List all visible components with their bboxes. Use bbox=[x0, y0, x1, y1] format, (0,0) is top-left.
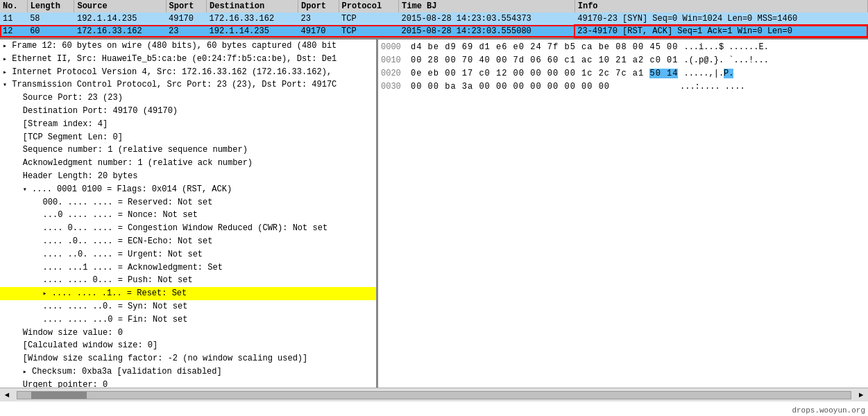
detail-line: ▸ Internet Protocol Version 4, Src: 172.… bbox=[0, 66, 376, 79]
cell-source: 172.16.33.162 bbox=[74, 25, 166, 37]
col-time: Time BJ bbox=[399, 0, 575, 12]
cell-destination: 172.16.33.162 bbox=[207, 12, 298, 25]
packet-details-panel[interactable]: ▸ Frame 12: 60 bytes on wire (480 bits),… bbox=[0, 40, 378, 388]
cell-sport: 49170 bbox=[166, 12, 206, 25]
cell-no: 12 bbox=[0, 25, 27, 37]
top-section: No. Length Source Sport Destination Dpor… bbox=[0, 0, 868, 37]
detail-line: Sequence number: 1 (relative sequence nu… bbox=[0, 144, 376, 157]
hex-highlight: 50 14 bbox=[649, 69, 678, 78]
hex-line: 00200e eb 00 17 c0 12 00 00 00 00 1c 2c … bbox=[381, 67, 865, 80]
detail-line: .... .... 0... = Push: Not set bbox=[0, 274, 376, 287]
col-dport: Dport bbox=[298, 0, 339, 12]
table-row[interactable]: 1260172.16.33.16223192.1.14.23549170TCP2… bbox=[0, 25, 868, 37]
detail-line: Window size value: 0 bbox=[0, 327, 376, 340]
detail-line: Urgent pointer: 0 bbox=[0, 379, 376, 388]
detail-line: Acknowledgment number: 1 (relative ack n… bbox=[0, 157, 376, 170]
hex-ascii: .(.p@.}. `...!... bbox=[683, 54, 768, 67]
cell-info: 23-49170 [RST, ACK] Seq=1 Ack=1 Win=0 Le… bbox=[575, 25, 867, 37]
footer-text: drops.wooyun.org bbox=[789, 405, 868, 416]
detail-line: .... .... ...0 = Fin: Not set bbox=[0, 313, 376, 327]
scrollbar-track[interactable] bbox=[17, 391, 851, 399]
detail-line: Destination Port: 49170 (49170) bbox=[0, 105, 376, 118]
detail-line: .... .... ..0. = Syn: Not set bbox=[0, 300, 376, 313]
hex-dump-panel: 0000d4 be d9 69 d1 e6 e0 24 7f b5 ca be … bbox=[378, 40, 868, 388]
detail-line: ▸ Ethernet II, Src: HuaweiTe_b5:ca:be (e… bbox=[0, 53, 376, 66]
detail-line: .... .0.. .... = ECN-Echo: Not set bbox=[0, 235, 376, 248]
cell-length: 58 bbox=[27, 12, 74, 25]
cell-dport: 23 bbox=[298, 12, 339, 25]
hex-bytes: 00 28 00 70 40 00 7d 06 60 c1 ac 10 21 a… bbox=[411, 54, 678, 67]
detail-line: .... ..0. .... = Urgent: Not set bbox=[0, 248, 376, 261]
hex-ascii: ...:.... .... bbox=[680, 80, 745, 93]
cell-dport: 49170 bbox=[298, 25, 339, 37]
hex-ascii: ...i...$ ......E. bbox=[683, 41, 768, 53]
cell-protocol: TCP bbox=[339, 12, 399, 25]
detail-line: [Stream index: 4] bbox=[0, 118, 376, 131]
hex-line: 003000 00 ba 3a 00 00 00 00 00 00 00 00.… bbox=[381, 80, 865, 93]
detail-line: Source Port: 23 (23) bbox=[0, 92, 376, 105]
hex-bytes: d4 be d9 69 d1 e6 e0 24 7f b5 ca be 08 0… bbox=[411, 41, 678, 53]
detail-line: [Calculated window size: 0] bbox=[0, 339, 376, 352]
hex-offset: 0030 bbox=[381, 80, 405, 93]
detail-line: ...0 .... .... = Nonce: Not set bbox=[0, 209, 376, 222]
detail-line: ▸ .... .... .1.. = Reset: Set bbox=[0, 287, 376, 300]
cell-time: 2015-08-28 14:23:03.555080 bbox=[399, 25, 575, 37]
hex-line: 0000d4 be d9 69 d1 e6 e0 24 7f b5 ca be … bbox=[381, 41, 865, 53]
detail-line: ▾ .... 0001 0100 = Flags: 0x014 (RST, AC… bbox=[0, 183, 376, 196]
packet-table: No. Length Source Sport Destination Dpor… bbox=[0, 0, 868, 37]
col-source: Source bbox=[74, 0, 166, 12]
col-no: No. bbox=[0, 0, 27, 12]
col-info: Info bbox=[575, 0, 867, 12]
table-row[interactable]: 1158192.1.14.23549170172.16.33.16223TCP2… bbox=[0, 12, 868, 25]
bottom-scrollbar[interactable]: ◄ ► bbox=[0, 388, 868, 401]
cell-time: 2015-08-28 14:23:03.554373 bbox=[399, 12, 575, 25]
hex-line: 001000 28 00 70 40 00 7d 06 60 c1 ac 10 … bbox=[381, 54, 865, 67]
col-destination: Destination bbox=[207, 0, 298, 12]
scroll-right-btn[interactable]: ► bbox=[854, 391, 868, 399]
hex-offset: 0020 bbox=[381, 67, 405, 80]
scroll-left-btn[interactable]: ◄ bbox=[0, 391, 14, 399]
hex-bytes: 00 00 ba 3a 00 00 00 00 00 00 00 00 bbox=[411, 80, 674, 93]
bottom-section: ▸ Frame 12: 60 bytes on wire (480 bits),… bbox=[0, 40, 868, 388]
cell-destination: 192.1.14.235 bbox=[207, 25, 298, 37]
detail-line: .... ...1 .... = Acknowledgment: Set bbox=[0, 261, 376, 275]
hex-ascii-highlight: P. bbox=[724, 69, 733, 78]
scrollbar-thumb[interactable] bbox=[31, 392, 87, 399]
detail-line: 000. .... .... = Reserved: Not set bbox=[0, 196, 376, 209]
detail-line: [TCP Segment Len: 0] bbox=[0, 131, 376, 144]
col-protocol: Protocol bbox=[339, 0, 399, 12]
detail-line: .... 0... .... = Congestion Window Reduc… bbox=[0, 222, 376, 235]
detail-line: Header Length: 20 bytes bbox=[0, 170, 376, 183]
detail-line: ▾ Transmission Control Protocol, Src Por… bbox=[0, 78, 376, 92]
cell-no: 11 bbox=[0, 12, 27, 25]
cell-protocol: TCP bbox=[339, 25, 399, 37]
cell-length: 60 bbox=[27, 25, 74, 37]
hex-bytes: 0e eb 00 17 c0 12 00 00 00 00 1c 2c 7c a… bbox=[411, 67, 678, 80]
cell-sport: 23 bbox=[166, 25, 206, 37]
hex-offset: 0010 bbox=[381, 54, 405, 67]
hex-offset: 0000 bbox=[381, 41, 405, 53]
hex-ascii: .....,|.P. bbox=[683, 67, 733, 80]
cell-info: 49170-23 [SYN] Seq=0 Win=1024 Len=0 MSS=… bbox=[575, 12, 867, 25]
detail-line: ▸ Frame 12: 60 bytes on wire (480 bits),… bbox=[0, 40, 376, 53]
detail-line: [Window size scaling factor: -2 (no wind… bbox=[0, 352, 376, 365]
table-header-row: No. Length Source Sport Destination Dpor… bbox=[0, 0, 868, 12]
col-length: Length bbox=[27, 0, 74, 12]
detail-line: ▸ Checksum: 0xba3a [validation disabled] bbox=[0, 365, 376, 379]
col-sport: Sport bbox=[166, 0, 206, 12]
cell-source: 192.1.14.235 bbox=[74, 12, 166, 25]
